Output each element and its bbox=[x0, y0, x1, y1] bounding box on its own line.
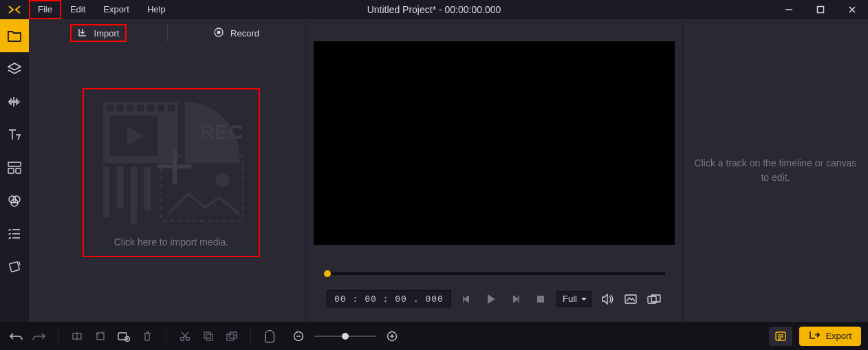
play-button[interactable] bbox=[485, 293, 497, 305]
media-panel: Import Record REC bbox=[29, 19, 306, 322]
separator bbox=[166, 329, 166, 344]
transport-controls bbox=[460, 293, 547, 305]
export-button-label: Export bbox=[825, 331, 851, 341]
preview-scrubber[interactable] bbox=[324, 272, 665, 275]
export-icon bbox=[809, 330, 820, 342]
zoom-out-button[interactable] bbox=[290, 327, 307, 345]
svg-rect-12 bbox=[107, 105, 113, 111]
tool-list[interactable] bbox=[0, 217, 29, 250]
svg-rect-4 bbox=[16, 168, 21, 173]
svg-rect-18 bbox=[168, 105, 175, 111]
cut-button[interactable] bbox=[176, 327, 194, 345]
minimize-button[interactable] bbox=[773, 0, 805, 19]
menu-export[interactable]: Export bbox=[94, 0, 138, 19]
bottom-right-controls: Export bbox=[769, 327, 861, 346]
menu-file[interactable]: File bbox=[29, 0, 61, 19]
preview-zoom-value: Full bbox=[563, 294, 577, 304]
marker-icon bbox=[265, 330, 274, 342]
close-button[interactable] bbox=[836, 0, 868, 19]
paste-button[interactable] bbox=[223, 327, 241, 345]
scrubber-playhead[interactable] bbox=[324, 270, 331, 277]
timeline-toolbar: Export bbox=[0, 322, 868, 350]
inspector-panel: Click a track on the timeline or canvas … bbox=[682, 19, 868, 322]
tool-rotate[interactable] bbox=[0, 250, 29, 283]
next-frame-button[interactable] bbox=[510, 293, 522, 305]
dropzone-text: Click here to import media. bbox=[114, 237, 229, 248]
import-tab[interactable]: Import bbox=[70, 24, 127, 42]
tool-text[interactable] bbox=[0, 118, 29, 151]
svg-rect-15 bbox=[137, 105, 144, 111]
svg-rect-14 bbox=[127, 105, 134, 111]
copy-button[interactable] bbox=[199, 327, 217, 345]
render-queue-button[interactable] bbox=[769, 327, 792, 346]
media-panel-tabs: Import Record bbox=[29, 19, 305, 47]
app-logo bbox=[0, 0, 29, 19]
window-controls bbox=[773, 0, 868, 19]
delete-button[interactable] bbox=[138, 327, 156, 345]
menu-items: File Edit Export Help bbox=[29, 0, 175, 19]
preview-controls: 00 : 00 : 00 . 000 Full bbox=[313, 290, 675, 307]
svg-rect-41 bbox=[206, 334, 213, 340]
svg-point-26 bbox=[215, 173, 229, 187]
svg-point-39 bbox=[186, 337, 190, 340]
tool-audio[interactable] bbox=[0, 85, 29, 118]
tool-media-folder[interactable] bbox=[0, 19, 29, 52]
record-tab-label: Record bbox=[230, 28, 259, 39]
inspector-hint: Click a track on the timeline or canvas … bbox=[693, 156, 858, 185]
timecode-display[interactable]: 00 : 00 : 00 . 000 bbox=[327, 290, 451, 307]
redo-button[interactable] bbox=[30, 327, 48, 345]
menubar: File Edit Export Help Untitled Project* … bbox=[0, 0, 868, 19]
tool-filters[interactable] bbox=[0, 184, 29, 217]
svg-point-10 bbox=[217, 30, 221, 34]
svg-text:REC: REC bbox=[200, 120, 243, 143]
separator bbox=[250, 329, 251, 344]
svg-rect-29 bbox=[537, 296, 544, 303]
zoom-in-button[interactable] bbox=[383, 327, 401, 345]
undo-button[interactable] bbox=[7, 327, 25, 345]
marker-button[interactable] bbox=[261, 327, 279, 345]
maximize-button[interactable] bbox=[805, 0, 836, 19]
timeline-zoom-slider bbox=[290, 327, 401, 345]
import-tab-label: Import bbox=[94, 28, 120, 39]
zoom-knob[interactable] bbox=[342, 333, 349, 340]
svg-rect-42 bbox=[227, 334, 234, 340]
record-icon bbox=[214, 28, 224, 39]
preview-canvas[interactable] bbox=[314, 41, 675, 245]
preview-zoom-select[interactable]: Full bbox=[556, 291, 592, 307]
import-dropzone[interactable]: REC Click here to import media. bbox=[83, 88, 260, 257]
svg-rect-8 bbox=[10, 262, 20, 272]
volume-button[interactable] bbox=[600, 293, 615, 305]
menu-help[interactable]: Help bbox=[138, 0, 175, 19]
crop-button[interactable] bbox=[91, 327, 109, 345]
menu-edit[interactable]: Edit bbox=[61, 0, 94, 19]
record-tab[interactable]: Record bbox=[168, 19, 305, 47]
vertical-toolbar bbox=[0, 19, 29, 322]
separator bbox=[58, 329, 58, 344]
snapshot-button[interactable] bbox=[623, 293, 638, 305]
svg-rect-40 bbox=[204, 332, 210, 338]
prev-frame-button[interactable] bbox=[460, 293, 473, 305]
svg-point-38 bbox=[181, 337, 184, 340]
workspace: Import Record REC bbox=[0, 19, 868, 322]
svg-rect-36 bbox=[118, 333, 127, 340]
svg-rect-2 bbox=[8, 162, 21, 166]
add-clip-button[interactable] bbox=[115, 327, 133, 345]
import-area: REC Click here to import media. bbox=[51, 88, 283, 308]
svg-rect-13 bbox=[117, 105, 124, 111]
zoom-track[interactable] bbox=[314, 336, 376, 337]
import-icon bbox=[78, 28, 87, 39]
svg-rect-3 bbox=[8, 168, 14, 173]
tool-templates[interactable] bbox=[0, 151, 29, 184]
fullscreen-button[interactable] bbox=[647, 293, 662, 305]
export-button[interactable]: Export bbox=[799, 327, 861, 346]
tool-layers[interactable] bbox=[0, 52, 29, 85]
dropzone-illustration-icon: REC bbox=[89, 95, 253, 231]
svg-rect-17 bbox=[158, 105, 164, 111]
preview-panel: 00 : 00 : 00 . 000 Full bbox=[306, 19, 682, 322]
svg-rect-16 bbox=[147, 105, 154, 111]
svg-rect-1 bbox=[818, 7, 824, 13]
stop-button[interactable] bbox=[534, 293, 547, 305]
split-button[interactable] bbox=[68, 327, 86, 345]
preview-right-controls: Full bbox=[556, 291, 662, 307]
